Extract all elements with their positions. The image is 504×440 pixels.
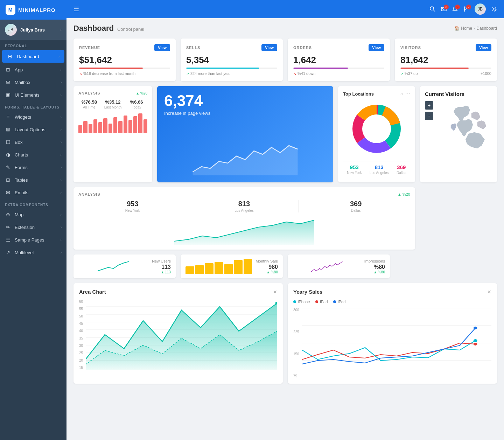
area-chart-close-button[interactable]: ✕ [273, 289, 277, 295]
sidebar-item-box[interactable]: ☐ Box › [0, 136, 66, 148]
mini-stats-row: New Users 113 ▲113 [74, 254, 497, 278]
widgets-icon: ≡ [5, 114, 11, 120]
yearly-sales-close-button[interactable]: ✕ [487, 289, 491, 295]
map-zoom-out-button[interactable]: - [425, 112, 433, 120]
area-chart-card: Area Chart − ✕ 60 55 50 45 40 35 30 [74, 283, 283, 384]
search-button[interactable] [430, 6, 435, 12]
hamburger-icon[interactable]: ☰ [74, 5, 79, 13]
sidebar-item-map[interactable]: ⊕ Map › [0, 208, 66, 221]
chevron-right-icon: › [61, 251, 62, 254]
chevron-right-icon: › [61, 191, 62, 195]
y-label-60: 60 [79, 300, 83, 303]
sidebar-item-mailbox[interactable]: ✉ Mailbox › [0, 76, 66, 89]
sells-desc: 324 more than last year [190, 71, 231, 76]
orders-arrow-icon: ↘ [293, 72, 296, 76]
area-chart-minimize-button[interactable]: − [267, 289, 270, 295]
bar-13 [138, 113, 142, 133]
area-chart-header: Area Chart − ✕ [79, 289, 277, 295]
area-chart-y-axis: 60 55 50 45 40 35 30 25 20 15 [79, 300, 84, 370]
avatar: JB [5, 24, 17, 36]
area-chart-svg-container [86, 300, 277, 370]
a2-dallas-city: Dallas [301, 209, 410, 212]
orders-view-button[interactable]: View [369, 44, 384, 51]
svg-point-30 [474, 327, 477, 329]
sidebar-item-app[interactable]: ⊟ App › [0, 63, 66, 76]
a2-la-city: Los Angeles [190, 209, 299, 212]
y-225: 225 [293, 330, 299, 334]
visitors-desc: %37 up [405, 71, 418, 76]
breadcrumb: 🏠 Home › Dashboard [454, 26, 497, 31]
svg-point-4 [493, 8, 495, 10]
locations-more-icon[interactable]: ⋯ [405, 91, 410, 97]
chevron-right-icon: › [61, 225, 62, 229]
y-label-15: 15 [79, 366, 83, 370]
map-zoom-in-button[interactable]: + [425, 101, 433, 110]
settings-button[interactable] [491, 6, 497, 12]
sidebar-item-emails[interactable]: ✉ Emails › [0, 186, 66, 199]
revenue-view-button[interactable]: View [154, 44, 170, 51]
mail-button[interactable]: 3 [441, 6, 447, 12]
sidebar-item-ui-elements[interactable]: ▣ UI Elements › [0, 89, 66, 101]
area-chart-body: 60 55 50 45 40 35 30 25 20 15 [79, 300, 277, 370]
notifications-button[interactable]: 5 [452, 6, 458, 12]
main-area: ☰ 3 5 2 JB [66, 0, 504, 440]
visitors-extra: +1000 [481, 71, 491, 76]
a2-la-num: 813 [190, 200, 299, 208]
bar-14 [144, 119, 147, 133]
sidebar-item-forms[interactable]: ✎ Forms › [0, 161, 66, 174]
sidebar-item-extension[interactable]: ✏ Extension › [0, 221, 66, 233]
bar-9 [118, 121, 122, 133]
sells-view-button[interactable]: View [261, 44, 277, 51]
sidebar-item-label: Widgets [15, 114, 57, 120]
flag-button[interactable]: 2 [463, 6, 469, 12]
iphone-label: iPhone [298, 300, 310, 304]
alltime-val: %76.58 [78, 99, 100, 105]
new-users-badge: ▲113 [152, 270, 171, 274]
analysis-stat-lastmonth: %35.12 Last Month [102, 99, 124, 109]
iphone-dot [293, 300, 296, 303]
ipod-dot [333, 300, 336, 303]
highlight-chart [164, 140, 326, 175]
user-avatar-button[interactable]: JB [475, 4, 486, 15]
analysis-stats-grid: %76.58 All Time %35.12 Last Month %6.66 … [78, 99, 147, 109]
sidebar-item-multilevel[interactable]: ↗ Multilevel › [0, 246, 66, 259]
breadcrumb-home[interactable]: Home [461, 26, 472, 31]
sidebar-item-dashboard[interactable]: ⊞ Dashboard › [2, 50, 64, 63]
new-users-chart [78, 259, 148, 274]
brand-name: MINIMALPRO [18, 7, 56, 13]
charts-row: Area Chart − ✕ 60 55 50 45 40 35 30 [74, 283, 497, 384]
bar-3 [89, 124, 92, 133]
sidebar-item-layout-options[interactable]: ⊠ Layout Options › [0, 123, 66, 136]
y-label-30: 30 [79, 344, 83, 348]
mid-row: ANALYSIS ▲ %20 %76.58 All Time %35.12 La… [74, 86, 497, 182]
impressions-badge: ▲ %80 [364, 270, 385, 274]
visitors-view-button[interactable]: View [476, 44, 491, 51]
svg-point-0 [430, 7, 434, 10]
chevron-right-icon: › [61, 115, 62, 119]
map-area: + - [425, 101, 492, 160]
yearly-sales-svg-container [302, 308, 491, 378]
y-150: 150 [293, 352, 299, 356]
multilevel-icon: ↗ [5, 250, 11, 255]
yearly-sales-minimize-button[interactable]: − [482, 289, 484, 295]
sidebar-item-sample-pages[interactable]: ☰ Sample Pages › [0, 233, 66, 246]
monthly-sale-label: Monthly Sale [255, 259, 278, 263]
mid-row2-spacer [420, 187, 497, 250]
y-label-25: 25 [79, 351, 83, 355]
analysis-card2: ANALYSIS ▲ %20 953 New York 813 Los Ange… [74, 187, 415, 250]
donut-chart [343, 101, 410, 157]
yearly-sales-card: Yeary Sales − ✕ iPhone iPad [288, 283, 497, 384]
a2-dallas-num: 369 [301, 200, 410, 208]
analysis-stat-alltime: %76.58 All Time [78, 99, 100, 109]
legend-ipod: iPod [333, 300, 345, 304]
locations-options-icon[interactable]: ○ [400, 91, 403, 97]
sidebar-user[interactable]: JB Juliya Brus › [0, 20, 66, 40]
sidebar-item-charts[interactable]: ◑ Charts › [0, 148, 66, 161]
sidebar-item-tables[interactable]: ⊞ Tables › [0, 174, 66, 186]
impressions-chart [293, 259, 361, 274]
la-val: 813 [370, 164, 389, 170]
bar-4 [93, 119, 97, 133]
svg-marker-5 [193, 146, 298, 175]
sidebar-item-widgets[interactable]: ≡ Widgets › [0, 111, 66, 123]
locations-controls: ○ ⋯ [400, 91, 410, 97]
